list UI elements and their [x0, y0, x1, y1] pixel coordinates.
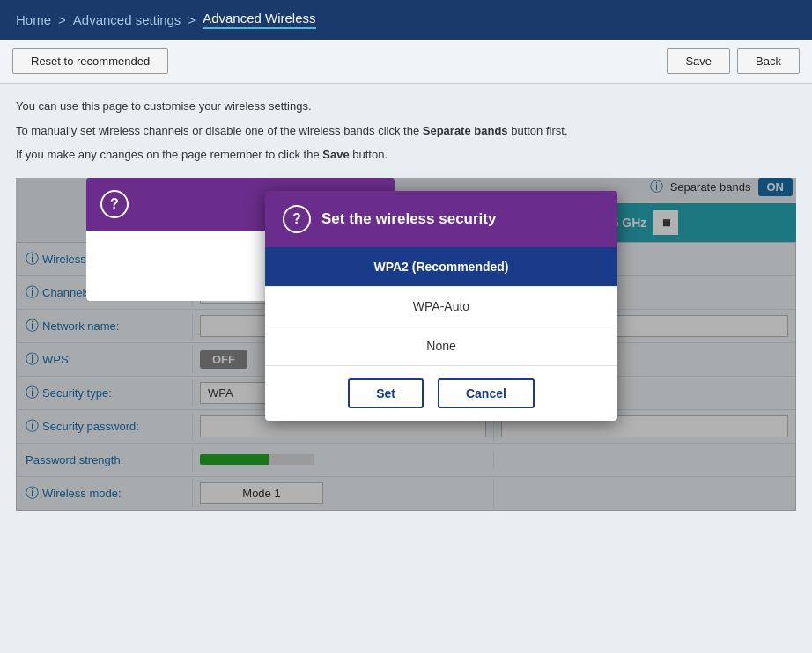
modal-option-wpa-auto[interactable]: WPA-Auto: [265, 287, 617, 326]
back-button[interactable]: Back: [737, 48, 800, 74]
breadcrumb-sep2: >: [188, 12, 196, 27]
toolbar: Reset to recommended Save Back: [0, 40, 812, 84]
behind-card-icon: ?: [100, 190, 129, 218]
info-line3: If you make any changes on the page reme…: [16, 146, 796, 164]
breadcrumb-bar: Home > Advanced settings > Advanced Wire…: [0, 0, 812, 40]
modal-header: ? Set the wireless security: [265, 191, 617, 247]
info-line2: To manually set wireless channels or dis…: [16, 122, 796, 140]
info-line2-pre: To manually set wireless channels or dis…: [16, 124, 423, 137]
breadcrumb-wireless: Advanced Wireless: [203, 11, 315, 29]
info-line3-post: button.: [350, 148, 388, 161]
modal-set-button[interactable]: Set: [348, 378, 424, 408]
breadcrumb-advanced[interactable]: Advanced settings: [73, 12, 181, 27]
security-modal: ? Set the wireless security WPA2 (Recomm…: [265, 191, 617, 421]
modal-footer: Set Cancel: [265, 365, 617, 421]
modal-options: WPA2 (Recommended) WPA-Auto None: [265, 247, 617, 365]
main-content: You can use this page to customise your …: [0, 84, 812, 525]
modal-option-none[interactable]: None: [265, 326, 617, 365]
breadcrumb-sep1: >: [58, 12, 66, 27]
modal-title: Set the wireless security: [321, 210, 496, 228]
toolbar-right: Save Back: [667, 48, 800, 74]
modal-overlay: ? ? Set the wireless security WPA2 (Reco…: [16, 178, 796, 511]
wireless-panel: ⓘ Separate bands ON 2.4 GHz ▦ 5 GHz ▦ ⓘ …: [16, 178, 796, 511]
info-line3-pre: If you make any changes on the page reme…: [16, 148, 322, 161]
modal-cancel-button[interactable]: Cancel: [438, 378, 535, 408]
reset-button[interactable]: Reset to recommended: [12, 48, 168, 74]
info-line2-bold: Separate bands: [423, 124, 508, 137]
toolbar-left: Reset to recommended: [12, 48, 168, 74]
breadcrumb-home[interactable]: Home: [16, 12, 51, 27]
info-line1: You can use this page to customise your …: [16, 98, 796, 115]
modal-option-wpa2[interactable]: WPA2 (Recommended): [265, 247, 617, 287]
info-line2-post: button first.: [508, 124, 568, 137]
info-line3-bold: Save: [322, 148, 349, 161]
modal-help-icon: ?: [283, 205, 311, 233]
save-button[interactable]: Save: [667, 48, 730, 74]
